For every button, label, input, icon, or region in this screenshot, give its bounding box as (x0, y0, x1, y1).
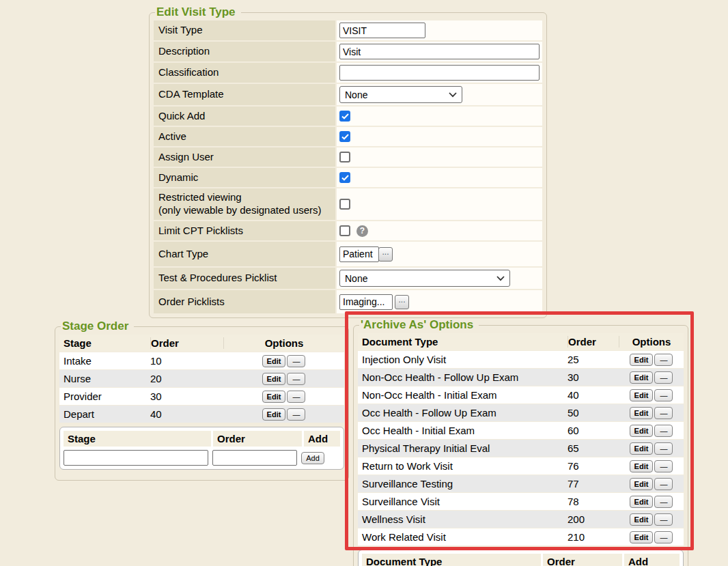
edit-button[interactable]: Edit (630, 407, 654, 419)
remove-button[interactable]: — (654, 513, 673, 526)
table-row: Occ Health - Follow Up Exam 50 Edit — (358, 404, 684, 421)
document-type-cell: Surveillance Testing (358, 478, 568, 490)
edit-button[interactable]: Edit (630, 389, 654, 401)
table-row: Surveillance Visit 78 Edit — (358, 493, 684, 510)
column-header-add: Add (304, 431, 340, 447)
dynamic-checkbox[interactable] (339, 172, 350, 183)
description-input[interactable] (339, 44, 540, 59)
assign-user-checkbox[interactable] (339, 152, 350, 162)
edit-visit-type-panel: Edit Visit Type Visit Type Description C… (149, 5, 547, 318)
table-row: Intake 10 Edit — (59, 352, 344, 369)
order-picklists-browse-button[interactable]: ... (395, 295, 409, 309)
edit-button[interactable]: Edit (630, 531, 654, 543)
field-label: Limit CPT Picklists (154, 221, 335, 240)
remove-button[interactable]: — (287, 355, 305, 367)
form-row-visit-type: Visit Type (154, 20, 542, 40)
remove-button[interactable]: — (287, 391, 305, 403)
column-header-options: Options (223, 337, 344, 349)
order-cell: 20 (150, 373, 223, 384)
limit-cpt-checkbox[interactable] (339, 225, 350, 236)
edit-button[interactable]: Edit (630, 478, 654, 490)
edit-button[interactable]: Edit (630, 496, 654, 508)
edit-button[interactable]: Edit (630, 460, 654, 472)
help-icon[interactable]: ? (356, 225, 368, 237)
order-cell: 78 (568, 496, 619, 507)
remove-button[interactable]: — (654, 531, 673, 543)
document-type-cell: Non-Occ Health - Follow Up Exam (358, 371, 568, 383)
order-cell: 40 (568, 389, 619, 401)
document-type-cell: Work Related Visit (358, 531, 568, 543)
stage-table-header: Stage Order Options (59, 335, 344, 352)
form-row-cda-template: CDA Template None (154, 84, 542, 105)
stage-order-panel: Stage Order Stage Order Options Intake 1… (55, 320, 349, 481)
classification-input[interactable] (339, 65, 540, 81)
table-row: Physical Therapy Initial Eval 65 Edit — (358, 440, 684, 457)
new-stage-input[interactable] (64, 450, 208, 466)
test-procedures-select[interactable]: None (339, 270, 510, 287)
field-value-cell (337, 20, 542, 40)
field-label: Test & Procedures Picklist (154, 268, 335, 289)
order-picklists-input[interactable] (339, 294, 393, 310)
chevron-down-icon (496, 276, 505, 281)
stage-cell: Provider (59, 391, 150, 402)
document-type-cell: Return to Work Visit (358, 460, 568, 472)
remove-button[interactable]: — (654, 407, 673, 419)
field-label: Dynamic (154, 168, 335, 187)
edit-button[interactable]: Edit (262, 355, 286, 367)
visit-type-admin-page: Edit Visit Type Visit Type Description C… (0, 0, 728, 566)
remove-button[interactable]: — (654, 442, 673, 455)
edit-button[interactable]: Edit (630, 442, 654, 455)
archive-as-options-panel: 'Archive As' Options Document Type Order… (353, 318, 688, 566)
table-row: Occ Health - Initial Exam 60 Edit — (358, 422, 684, 439)
form-row-classification: Classification (154, 63, 542, 83)
selected-option: None (345, 89, 367, 100)
document-type-cell: Wellness Visit (358, 513, 568, 525)
field-label: Assign User (154, 147, 335, 167)
column-header-order: Order (568, 336, 619, 348)
remove-button[interactable]: — (654, 389, 673, 401)
selected-option: None (345, 273, 367, 284)
field-label-subtext: (only viewable by designated users) (158, 204, 334, 217)
new-stage-order-input[interactable] (212, 450, 297, 466)
remove-button[interactable]: — (654, 371, 673, 384)
remove-button[interactable]: — (654, 354, 673, 366)
column-header-stage: Stage (59, 337, 150, 349)
edit-button[interactable]: Edit (630, 513, 654, 526)
edit-button[interactable]: Edit (630, 354, 654, 366)
chart-type-browse-button[interactable]: ... (378, 247, 393, 261)
chart-type-input[interactable] (339, 246, 379, 262)
quick-add-checkbox[interactable] (339, 111, 350, 122)
remove-button[interactable]: — (654, 496, 673, 508)
edit-button[interactable]: Edit (630, 425, 654, 437)
table-row: Injection Only Visit 25 Edit — (358, 351, 684, 368)
remove-button[interactable]: — (654, 478, 673, 490)
form-row-limit-cpt: Limit CPT Picklists ? (154, 221, 542, 240)
remove-button[interactable]: — (287, 408, 305, 421)
table-row: Non-Occ Health - Follow Up Exam 30 Edit … (358, 369, 684, 386)
remove-button[interactable]: — (654, 460, 673, 472)
stage-cell: Intake (59, 355, 150, 367)
column-header-add: Add (624, 554, 680, 566)
column-header-document-type: Document Type (362, 554, 541, 566)
order-cell: 77 (568, 478, 619, 490)
visit-type-input[interactable] (339, 23, 425, 38)
edit-button[interactable]: Edit (262, 408, 286, 421)
remove-button[interactable]: — (654, 425, 673, 437)
active-checkbox[interactable] (339, 131, 350, 142)
field-label: Description (154, 42, 335, 61)
form-row-chart-type: Chart Type ... (154, 242, 542, 266)
edit-button[interactable]: Edit (630, 371, 654, 384)
document-type-cell: Surveillance Visit (358, 496, 568, 507)
edit-button[interactable]: Edit (262, 391, 286, 403)
remove-button[interactable]: — (287, 373, 305, 385)
table-row: Nurse 20 Edit — (59, 370, 344, 387)
form-row-active: Active (154, 127, 542, 146)
restricted-viewing-checkbox[interactable] (339, 199, 350, 210)
cda-template-select[interactable]: None (339, 86, 462, 103)
document-type-cell: Non-Occ Health - Initial Exam (358, 389, 568, 401)
order-cell: 30 (150, 391, 223, 402)
form-row-assign-user: Assign User (154, 147, 542, 167)
field-label: Active (154, 127, 335, 146)
add-stage-button[interactable]: Add (301, 452, 324, 464)
edit-button[interactable]: Edit (262, 373, 286, 385)
